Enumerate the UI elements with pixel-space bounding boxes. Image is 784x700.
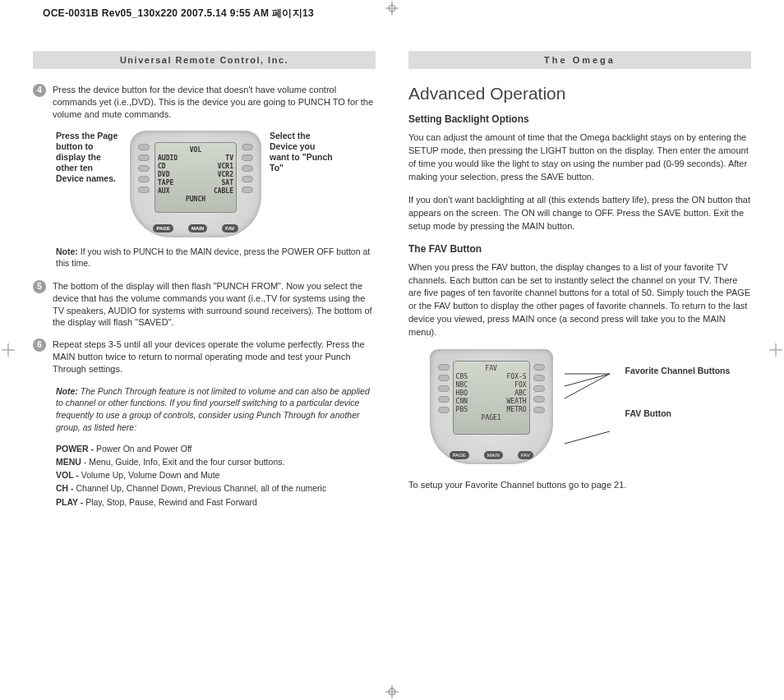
note-label: Note:	[56, 246, 78, 256]
remote-side-button	[533, 385, 545, 392]
fav-button: FAV	[222, 224, 238, 233]
registration-mark-bottom	[385, 685, 399, 698]
remote-illustration-1: VOL AUDIOTV CDVCR1 DVDVCR2 TAPESAT AUXCA…	[130, 131, 261, 237]
remote-side-button	[438, 364, 450, 371]
list-item: POWER - Power On and Power Off	[56, 442, 376, 455]
remote1-right-buttons	[242, 144, 253, 193]
remote2-screen: FAV CBSFOX-S NBCFOX HBOABC CNNWEATH PBSM…	[453, 361, 530, 435]
remote2-bottom-buttons: PAGE MAIN FAV	[430, 451, 553, 459]
remote1-left-buttons	[138, 144, 150, 193]
remote-side-button	[438, 396, 450, 403]
remote-side-button	[138, 154, 150, 161]
page-button: PAGE	[450, 451, 469, 459]
punch-to-diagram: Press the Page button to display the oth…	[56, 131, 376, 237]
remote-side-button	[242, 176, 253, 182]
step-4-bullet: 4	[33, 84, 46, 97]
page-title: Advanced Operation	[408, 84, 751, 104]
diagram-right-label: Select the Device you want to "Punch To"	[270, 131, 337, 174]
list-item: VOL - Volume Up, Volume Down and Mute	[56, 468, 376, 481]
remote-side-button	[533, 364, 545, 371]
svg-line-11	[565, 374, 610, 386]
list-item: CH - Channel Up, Channel Down, Previous …	[56, 481, 376, 495]
step-4-text: Press the device button for the device t…	[53, 84, 376, 121]
punch-through-note: Note: The Punch Through feature is not l…	[56, 385, 376, 434]
svg-line-13	[565, 431, 610, 444]
remote-side-button	[533, 396, 545, 403]
step-5-text: The bottom of the display will then flas…	[53, 280, 376, 329]
document-header-stamp: OCE-0031B Rev05_130x220 2007.5.14 9:55 A…	[43, 7, 314, 21]
note-body: If you wish to PUNCH to the MAIN device,…	[56, 246, 370, 268]
main-button: MAIN	[188, 224, 207, 233]
fav-diagram: FAV CBSFOX-S NBCFOX HBOABC CNNWEATH PBSM…	[408, 349, 751, 464]
remote-side-button	[438, 407, 450, 413]
section-backlight-para-1: You can adjust the amount of time that t…	[408, 131, 751, 184]
remote1-bottom-buttons: PAGE MAIN FAV	[130, 224, 261, 233]
callout-arrows	[565, 349, 614, 456]
registration-mark-top	[385, 2, 399, 15]
remote-side-button	[242, 165, 253, 172]
step-5-bullet: 5	[33, 280, 46, 293]
section-backlight-para-2: If you don't want backlighting at all (t…	[408, 194, 751, 233]
section-fav-para-1: When you press the FAV button, the displ…	[408, 261, 751, 340]
section-fav-para-2: To setup your Favorite Channel buttons g…	[408, 479, 751, 492]
section-fav-heading: The FAV Button	[408, 243, 751, 255]
remote1-screen: VOL AUDIOTV CDVCR1 DVDVCR2 TAPESAT AUXCA…	[154, 142, 237, 213]
right-page-header: The Omega	[408, 51, 751, 69]
remote2-left-buttons	[438, 364, 450, 413]
remote-side-button	[242, 144, 253, 150]
page-button: PAGE	[153, 224, 173, 233]
remote-side-button	[138, 176, 150, 182]
step-4: 4 Press the device button for the device…	[33, 84, 376, 121]
step-5: 5 The bottom of the display will then fl…	[33, 280, 376, 329]
remote2-right-buttons	[533, 364, 545, 413]
remote-illustration-2: FAV CBSFOX-S NBCFOX HBOABC CNNWEATH PBSM…	[430, 349, 553, 464]
page-spread: Universal Remote Control, Inc. 4 Press t…	[33, 51, 751, 509]
list-item: PLAY - Play, Stop, Pause, Rewind and Fas…	[56, 495, 376, 509]
right-page: The Omega Advanced Operation Setting Bac…	[408, 51, 751, 509]
step-6-text: Repeat steps 3-5 until all your devices …	[53, 338, 376, 375]
main-button: MAIN	[484, 451, 503, 459]
fav-button-label: FAV Button	[625, 408, 731, 420]
fav-button: FAV	[518, 451, 533, 459]
left-page-header: Universal Remote Control, Inc.	[33, 51, 376, 69]
diagram-left-label: Press the Page button to display the oth…	[56, 131, 122, 185]
left-page: Universal Remote Control, Inc. 4 Press t…	[33, 51, 376, 509]
registration-mark-right	[769, 343, 782, 357]
favorite-channel-buttons-label: Favorite Channel Buttons	[625, 366, 731, 377]
remote-side-button	[138, 187, 150, 193]
svg-line-12	[565, 374, 610, 398]
section-backlight-heading: Setting Backlight Options	[408, 113, 751, 125]
note-body: The Punch Through feature is not limited…	[56, 386, 370, 432]
remote-side-button	[242, 187, 253, 193]
remote-side-button	[533, 407, 545, 413]
step-6-bullet: 6	[33, 338, 46, 352]
note-label: Note:	[56, 386, 78, 396]
command-group-list: POWER - Power On and Power Off MENU - Me…	[56, 442, 376, 509]
list-item: MENU - Menu, Guide, Info, Exit and the f…	[56, 455, 376, 468]
remote-side-button	[138, 144, 150, 150]
step-6: 6 Repeat steps 3-5 until all your device…	[33, 338, 376, 375]
remote-side-button	[242, 154, 253, 161]
remote-side-button	[438, 375, 450, 381]
fav-diagram-labels: Favorite Channel Buttons FAV Button	[625, 349, 731, 419]
remote-side-button	[533, 375, 545, 381]
remote-side-button	[438, 385, 450, 392]
remote-side-button	[138, 165, 150, 172]
registration-mark-left	[2, 343, 15, 357]
note-punch-main: Note: If you wish to PUNCH to the MAIN d…	[56, 246, 376, 269]
